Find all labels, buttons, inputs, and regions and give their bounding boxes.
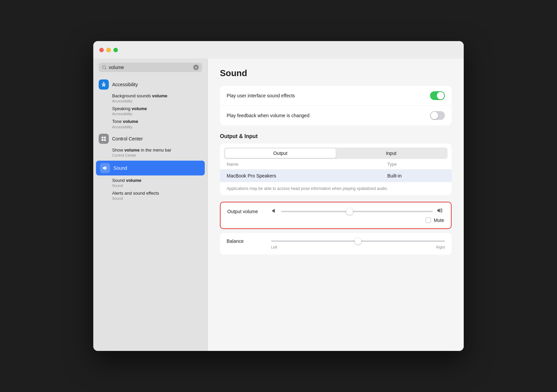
control-center-label: Control Center [112, 136, 143, 141]
volume-slider-fill [281, 211, 350, 212]
output-table: Name Type MacBook Pro Speakers Built-in [220, 159, 452, 182]
balance-left-label: Left [271, 245, 277, 249]
svg-marker-9 [437, 208, 440, 213]
main-content: Sound Play user interface sound effects … [208, 59, 464, 351]
svg-rect-5 [102, 139, 103, 140]
svg-point-2 [103, 82, 104, 83]
device-type-cell: Built-in [381, 170, 452, 182]
minimize-button[interactable] [106, 48, 111, 52]
play-feedback-row: Play feedback when volume is changed [220, 106, 452, 125]
accessibility-label: Accessibility [112, 82, 138, 87]
maximize-button[interactable] [113, 48, 118, 52]
svg-rect-4 [104, 136, 106, 138]
sound-label: Sound [113, 165, 127, 171]
sound-effects-card: Play user interface sound effects Play f… [220, 86, 452, 125]
control-center-children: Show volume in the menu bar Control Cent… [93, 146, 207, 159]
bg-sounds-title: Background sounds volume [112, 93, 199, 99]
sound-icon [100, 163, 110, 173]
balance-row: Balance [227, 238, 445, 244]
svg-rect-6 [104, 139, 106, 140]
play-ui-sounds-toggle[interactable] [430, 91, 445, 100]
alerts-subtitle: Sound [112, 196, 199, 200]
balance-slider-thumb[interactable] [355, 238, 361, 244]
sidebar-item-bg-sounds[interactable]: Background sounds volume Accessibility [112, 92, 204, 104]
balance-label: Balance [227, 238, 267, 244]
disclaimer-text: Applications may be able to access head … [220, 182, 452, 195]
search-input[interactable] [109, 65, 191, 70]
play-feedback-knob [431, 112, 438, 119]
output-input-card: Output Input Name Type MacBook Pro [220, 143, 452, 195]
volume-slider-thumb[interactable] [346, 208, 353, 215]
sidebar-item-alerts[interactable]: Alerts and sound effects Sound [112, 189, 204, 202]
play-feedback-label: Play feedback when volume is changed [227, 113, 309, 118]
mute-row: Mute [227, 218, 444, 223]
accessibility-icon [99, 79, 109, 90]
svg-marker-8 [272, 209, 275, 213]
search-clear-button[interactable]: ✕ [193, 65, 199, 70]
volume-row: Output volume [227, 208, 444, 215]
sidebar-item-accessibility[interactable]: Accessibility [93, 77, 207, 92]
sidebar-section-control-center: Control Center Show volume in the menu b… [93, 132, 207, 159]
tab-input[interactable]: Input [336, 149, 447, 158]
svg-line-1 [105, 68, 107, 70]
page-title: Sound [220, 68, 452, 78]
play-feedback-toggle[interactable] [430, 111, 445, 120]
search-icon [102, 65, 107, 70]
sidebar: ✕ Accessibility Backgroun [93, 59, 208, 351]
search-bar[interactable]: ✕ [99, 63, 202, 72]
volume-high-icon [437, 208, 444, 215]
output-volume-label: Output volume [227, 209, 268, 214]
sidebar-item-sound-volume[interactable]: Sound volume Sound [112, 176, 204, 189]
col-name-header: Name [220, 159, 381, 170]
sidebar-item-speaking-volume[interactable]: Speaking volume Accessibility [112, 104, 204, 117]
balance-section: Balance Left Right [220, 233, 452, 255]
volume-slider-track[interactable] [281, 211, 433, 212]
sound-children: Sound volume Sound Alerts and sound effe… [93, 176, 207, 202]
sound-volume-subtitle: Sound [112, 184, 199, 188]
device-name-cell: MacBook Pro Speakers [220, 170, 381, 182]
tab-bar-container: Output Input [220, 143, 452, 159]
control-center-icon [99, 134, 109, 144]
volume-low-icon [272, 208, 277, 215]
svg-rect-3 [102, 136, 103, 138]
tab-bar: Output Input [224, 148, 448, 159]
play-ui-sounds-row: Play user interface sound effects [220, 86, 452, 106]
output-volume-section: Output volume [220, 202, 452, 229]
bg-sounds-subtitle: Accessibility [112, 99, 199, 103]
accessibility-children: Background sounds volume Accessibility S… [93, 92, 207, 130]
mute-label: Mute [434, 218, 444, 223]
tone-volume-subtitle: Accessibility [112, 125, 199, 129]
balance-right-label: Right [436, 245, 445, 249]
col-type-header: Type [381, 159, 452, 170]
sidebar-section-accessibility: Accessibility Background sounds volume A… [93, 77, 207, 130]
table-row[interactable]: MacBook Pro Speakers Built-in [220, 170, 452, 182]
window: ✕ Accessibility Backgroun [93, 41, 464, 351]
show-volume-title: Show volume in the menu bar [112, 147, 199, 153]
sidebar-section-sound: Sound Sound volume Sound Alerts and soun… [93, 160, 207, 202]
tone-volume-title: Tone volume [112, 119, 199, 125]
alerts-title: Alerts and sound effects [112, 190, 199, 196]
sidebar-item-tone-volume[interactable]: Tone volume Accessibility [112, 117, 204, 130]
speaking-volume-title: Speaking volume [112, 106, 199, 112]
play-ui-sounds-knob [437, 92, 444, 99]
show-volume-subtitle: Control Center [112, 153, 199, 157]
sidebar-item-control-center[interactable]: Control Center [93, 132, 207, 146]
sidebar-item-sound-active[interactable]: Sound [96, 161, 205, 175]
close-button[interactable] [99, 48, 104, 52]
play-ui-sounds-label: Play user interface sound effects [227, 93, 295, 98]
sound-volume-title: Sound volume [112, 177, 199, 184]
tab-output[interactable]: Output [225, 149, 336, 158]
output-input-header: Output & Input [220, 133, 452, 139]
titlebar [93, 41, 464, 59]
svg-marker-7 [103, 166, 106, 170]
sidebar-item-show-volume[interactable]: Show volume in the menu bar Control Cent… [112, 146, 204, 159]
balance-labels: Left Right [227, 245, 445, 249]
speaking-volume-subtitle: Accessibility [112, 112, 199, 116]
balance-slider-track[interactable] [271, 240, 445, 242]
content-area: ✕ Accessibility Backgroun [93, 59, 464, 351]
mute-checkbox[interactable] [426, 218, 431, 223]
